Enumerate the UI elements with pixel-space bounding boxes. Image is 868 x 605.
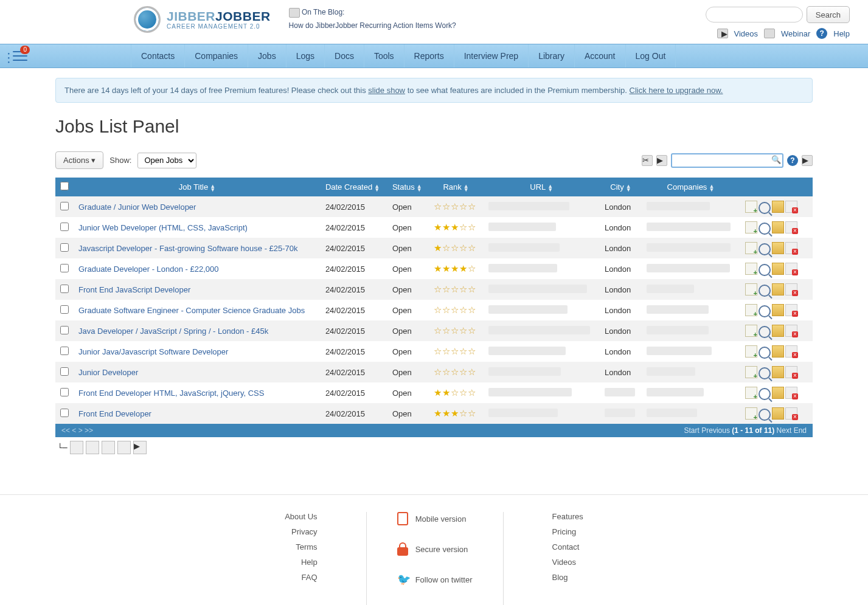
export-icon[interactable] [117, 441, 131, 454]
nav-account[interactable]: Account [574, 44, 625, 67]
row-checkbox[interactable] [60, 409, 69, 417]
job-title-link[interactable]: Front End JavaScript Developer [78, 285, 190, 294]
nav-jobs[interactable]: Jobs [248, 44, 286, 67]
rank-cell[interactable]: ☆☆☆☆☆ [429, 341, 484, 362]
edit-icon[interactable] [772, 242, 784, 254]
rank-cell[interactable]: ★☆☆☆☆ [429, 238, 484, 258]
nav-companies[interactable]: Companies [184, 44, 248, 67]
col-url[interactable]: URL▲▼ [484, 178, 600, 196]
edit-icon[interactable] [772, 221, 784, 233]
col-city[interactable]: City▲▼ [600, 178, 642, 196]
view-icon[interactable] [759, 305, 771, 317]
job-title-link[interactable]: Front End Developer HTML, JavaScript, jQ… [78, 389, 264, 398]
twitter-link[interactable]: Follow on twitter [415, 575, 473, 584]
edit-icon[interactable] [772, 366, 784, 378]
footer-link-contact[interactable]: Contact [552, 542, 583, 551]
row-checkbox[interactable] [60, 243, 69, 252]
edit-icon[interactable] [772, 325, 784, 337]
secure-link[interactable]: Secure version [415, 545, 468, 554]
log-icon[interactable] [745, 221, 757, 233]
job-title-link[interactable]: Graduate Software Engineer - Computer Sc… [78, 306, 305, 315]
rank-cell[interactable]: ☆☆☆☆☆ [429, 196, 484, 217]
view-icon[interactable] [759, 243, 771, 255]
row-checkbox[interactable] [60, 347, 69, 355]
pager-arrows[interactable]: << < > >> [61, 426, 93, 435]
rank-cell[interactable]: ☆☆☆☆☆ [429, 320, 484, 341]
search-input[interactable] [706, 7, 803, 22]
delete-icon[interactable] [70, 441, 83, 454]
footer-link-faq[interactable]: FAQ [285, 573, 317, 582]
col-status[interactable]: Status▲▼ [387, 178, 429, 196]
nav-docs[interactable]: Docs [324, 44, 364, 67]
footer-link-features[interactable]: Features [552, 512, 583, 521]
job-title-link[interactable]: Front End Developer [78, 409, 151, 418]
row-checkbox[interactable] [60, 285, 69, 293]
log-icon[interactable] [745, 345, 757, 358]
delete-icon[interactable] [785, 325, 797, 337]
slideshow-link[interactable]: slide show [368, 86, 405, 95]
row-checkbox[interactable] [60, 264, 69, 272]
show-select[interactable]: Open Jobs [137, 153, 196, 168]
delete-icon[interactable] [785, 387, 797, 399]
delete-icon[interactable] [785, 263, 797, 275]
log-icon[interactable] [745, 387, 757, 399]
book-icon[interactable] [102, 441, 115, 454]
rank-cell[interactable]: ★★★★☆ [429, 258, 484, 279]
play-icon[interactable]: ▶ [656, 155, 667, 166]
footer-link-terms[interactable]: Terms [285, 542, 317, 551]
row-checkbox[interactable] [60, 367, 69, 376]
scissors-icon[interactable]: ✂ [642, 155, 653, 166]
job-title-link[interactable]: Junior Developer [78, 368, 138, 377]
play-icon[interactable]: ▶ [133, 441, 147, 454]
mobile-link[interactable]: Mobile version [415, 514, 467, 524]
view-icon[interactable] [759, 347, 771, 359]
rank-cell[interactable]: ☆☆☆☆☆ [429, 279, 484, 300]
search-button[interactable]: Search [807, 6, 850, 23]
delete-icon[interactable] [785, 407, 797, 420]
rank-cell[interactable]: ☆☆☆☆☆ [429, 362, 484, 382]
view-icon[interactable] [759, 367, 771, 379]
job-title-link[interactable]: Java Developer / JavaScript / Spring / -… [78, 327, 268, 336]
videos-link[interactable]: Videos [734, 29, 759, 38]
search-icon[interactable]: 🔍 [771, 155, 781, 164]
job-title-link[interactable]: Junior Web Developer (HTML, CSS, JavaScr… [78, 223, 248, 232]
job-title-link[interactable]: Junior Java/Javascript Software Develope… [78, 347, 228, 356]
col-job-title[interactable]: Job Title▲▼ [74, 178, 321, 196]
view-icon[interactable] [759, 409, 771, 421]
delete-icon[interactable] [785, 201, 797, 213]
log-icon[interactable] [745, 366, 757, 378]
log-icon[interactable] [745, 201, 757, 213]
row-checkbox[interactable] [60, 223, 69, 231]
view-icon[interactable] [759, 223, 771, 235]
footer-link-blog[interactable]: Blog [552, 573, 583, 582]
col-date[interactable]: Date Created▲▼ [321, 178, 387, 196]
rank-cell[interactable]: ☆☆☆☆☆ [429, 300, 484, 320]
log-icon[interactable] [745, 263, 757, 275]
view-icon[interactable] [759, 202, 771, 214]
upgrade-link[interactable]: Click here to upgrade now. [630, 86, 723, 95]
row-checkbox[interactable] [60, 388, 69, 396]
job-title-link[interactable]: Graduate / Junior Web Developer [78, 202, 196, 212]
col-companies[interactable]: Companies▲▼ [642, 178, 740, 196]
edit-icon[interactable] [772, 387, 784, 399]
row-checkbox[interactable] [60, 202, 69, 210]
help-link[interactable]: Help [833, 29, 850, 38]
logo[interactable]: JIBBERJOBBER CAREER MANAGEMENT 2.0 [134, 6, 271, 33]
edit-icon[interactable] [772, 345, 784, 358]
view-icon[interactable] [759, 285, 771, 297]
rank-cell[interactable]: ★★★☆☆ [429, 403, 484, 424]
log-icon[interactable] [745, 325, 757, 337]
filter-input[interactable] [671, 153, 783, 168]
edit-icon[interactable] [772, 407, 784, 420]
log-icon[interactable] [745, 242, 757, 254]
footer-link-videos[interactable]: Videos [552, 558, 583, 567]
rank-cell[interactable]: ★★☆☆☆ [429, 382, 484, 403]
nav-library[interactable]: Library [528, 44, 574, 67]
nav-contacts[interactable]: Contacts [131, 44, 184, 67]
pager-next[interactable]: Next [777, 426, 792, 435]
menu-toggle[interactable]: 0 [6, 44, 33, 67]
edit-icon[interactable] [772, 201, 784, 213]
select-all-checkbox[interactable] [60, 182, 69, 190]
help-icon[interactable]: ? [787, 155, 798, 166]
delete-icon[interactable] [785, 304, 797, 316]
